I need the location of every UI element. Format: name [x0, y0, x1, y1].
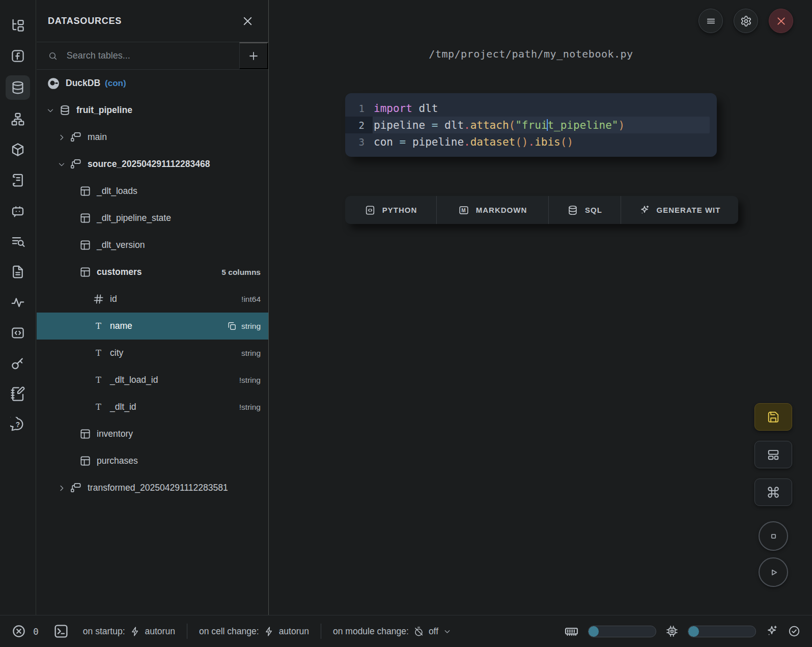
- tree-row-source-202504291112283468[interactable]: source_202504291112283468: [37, 151, 268, 178]
- svg-text:T: T: [96, 402, 101, 412]
- rail-item-function[interactable]: [6, 45, 30, 67]
- tree-row-city[interactable]: Tcitystring: [37, 340, 268, 367]
- copy-icon[interactable]: [227, 321, 237, 331]
- mode-on-startup[interactable]: on startup:autorun: [71, 624, 187, 639]
- type-t-icon: T: [93, 401, 104, 413]
- layout-icon: [767, 448, 780, 461]
- add-cell-actions: PYTHONMMARKDOWNSQLGENERATE WIT: [345, 196, 738, 224]
- command-palette-button[interactable]: [754, 479, 792, 506]
- stop-button[interactable]: [759, 521, 788, 551]
- settings-button[interactable]: [734, 9, 758, 33]
- code-line-1[interactable]: 1import dlt: [345, 100, 717, 117]
- search-box[interactable]: [37, 42, 239, 69]
- run-button[interactable]: [759, 557, 788, 587]
- shutdown-button[interactable]: [769, 9, 793, 33]
- chevron-down-icon[interactable]: [57, 160, 66, 169]
- rail-item-document[interactable]: [6, 261, 30, 283]
- tree-item-label: _dlt_pipeline_state: [97, 213, 171, 223]
- search-row: [37, 42, 268, 70]
- tree-row-purchases[interactable]: purchases: [37, 447, 268, 474]
- add-cell-python-button[interactable]: PYTHON: [345, 196, 437, 224]
- database-icon: [567, 205, 578, 216]
- error-circle-icon: [11, 624, 26, 639]
- svg-text:?: ?: [16, 421, 20, 429]
- rail-item-notebook[interactable]: [6, 383, 30, 405]
- mode-on-cell-change[interactable]: on cell change:autorun: [187, 624, 321, 639]
- errors-indicator[interactable]: 0: [0, 624, 39, 639]
- type-t-icon: T: [93, 320, 104, 332]
- tree-row-inventory[interactable]: inventory: [37, 420, 268, 447]
- plus-icon: [247, 50, 260, 62]
- action-label: PYTHON: [382, 206, 417, 214]
- tree-row-fruit-pipeline[interactable]: fruit_pipeline: [37, 97, 268, 124]
- cpu-icon: [665, 625, 679, 638]
- bot-icon: [10, 203, 25, 218]
- tree-row-name[interactable]: Tnamestring: [37, 313, 268, 340]
- rail-item-database[interactable]: [6, 75, 30, 100]
- tree-row-main[interactable]: main: [37, 124, 268, 151]
- tree-row-customers[interactable]: customers5 columns: [37, 259, 268, 286]
- chevron-right-icon[interactable]: [57, 133, 66, 142]
- flow-icon: [10, 111, 25, 127]
- notebook-path: /tmp/project/path/my_notebook.py: [345, 48, 717, 60]
- code-line-2[interactable]: 2pipeline = dlt.attach("fruit_pipeline"): [345, 117, 710, 133]
- tree-item-label: city: [110, 348, 123, 358]
- code-cell[interactable]: 1import dlt2pipeline = dlt.attach("fruit…: [345, 93, 717, 157]
- rail-item-flow[interactable]: [6, 108, 30, 130]
- code-icon: [365, 205, 376, 216]
- table-icon: [79, 185, 91, 197]
- connection-badge: (con): [105, 78, 126, 89]
- search-input[interactable]: [66, 50, 239, 62]
- add-datasource-button[interactable]: [239, 42, 268, 69]
- tree-row-transformed-202504291112283581[interactable]: transformed_202504291112283581: [37, 474, 268, 501]
- activity-rail: ?: [0, 0, 36, 615]
- chevron-right-icon[interactable]: [57, 484, 66, 493]
- tree-row-dlt-version[interactable]: _dlt_version: [37, 232, 268, 259]
- ram-icon: [564, 624, 579, 639]
- tree-row-duckdb[interactable]: DuckDB(con): [37, 70, 268, 97]
- action-label: MARKDOWN: [476, 206, 527, 214]
- menu-button[interactable]: [698, 9, 723, 33]
- function-icon: [10, 48, 25, 64]
- settings-icon: [740, 15, 752, 27]
- code-editor[interactable]: 1import dlt2pipeline = dlt.attach("fruit…: [345, 100, 717, 150]
- mode-on-module-change[interactable]: on module change:off: [321, 624, 463, 639]
- tree-row-dlt-pipeline-state[interactable]: _dlt_pipeline_state: [37, 205, 268, 232]
- tree-item-label: purchases: [97, 456, 138, 466]
- rail-item-code-box[interactable]: [6, 322, 30, 344]
- tree-row-dlt-id[interactable]: T_dlt_id!string: [37, 393, 268, 420]
- line-number: 3: [345, 133, 373, 150]
- close-panel-icon[interactable]: [241, 15, 254, 27]
- sparkles-icon[interactable]: [765, 625, 778, 638]
- rail-item-list-search[interactable]: [6, 230, 30, 252]
- add-cell-markdown-button[interactable]: MMARKDOWN: [437, 196, 549, 224]
- table-icon: [79, 266, 91, 278]
- zap-icon: [130, 626, 141, 637]
- tree-item-label: fruit_pipeline: [76, 105, 132, 116]
- rail-item-script[interactable]: [6, 169, 30, 191]
- rail-item-help[interactable]: ?: [6, 413, 30, 436]
- ram-usage-fill: [589, 626, 599, 637]
- rail-item-key[interactable]: [6, 352, 30, 375]
- code-line-3[interactable]: 3con = pipeline.dataset().ibis(): [345, 133, 717, 150]
- tree-row-dlt-load-id[interactable]: T_dlt_load_id!string: [37, 367, 268, 393]
- save-button[interactable]: [754, 403, 792, 431]
- rail-item-activity[interactable]: [6, 291, 30, 314]
- zap-icon: [264, 626, 274, 637]
- tree-item-label: main: [88, 132, 107, 143]
- rail-item-package[interactable]: [6, 138, 30, 161]
- add-cell-generate-wit-button[interactable]: GENERATE WIT: [621, 196, 738, 224]
- stop-icon: [767, 530, 780, 543]
- check-circle-icon[interactable]: [788, 625, 801, 638]
- tree-row-id[interactable]: id!int64: [37, 286, 268, 313]
- chevron-down-icon[interactable]: [46, 106, 55, 115]
- tree-row-dlt-loads[interactable]: _dlt_loads: [37, 178, 268, 205]
- status-bar: 0 on startup:autorunon cell change:autor…: [0, 615, 812, 647]
- terminal-button[interactable]: [53, 623, 69, 639]
- rail-item-file-tree[interactable]: [6, 14, 30, 37]
- rail-item-bot[interactable]: [6, 200, 30, 222]
- help-icon: ?: [10, 417, 25, 432]
- activity-icon: [10, 295, 25, 310]
- layout-button[interactable]: [754, 441, 792, 468]
- add-cell-sql-button[interactable]: SQL: [549, 196, 621, 224]
